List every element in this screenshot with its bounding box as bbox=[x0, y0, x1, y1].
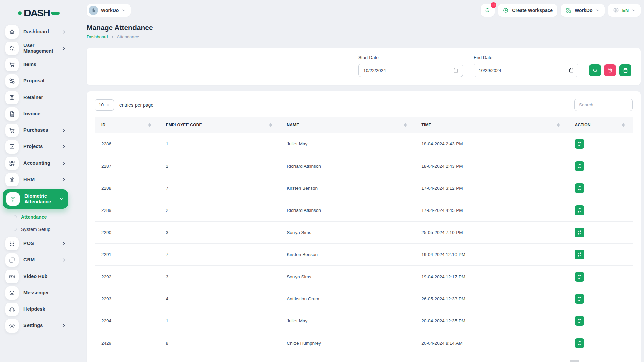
refresh-button[interactable] bbox=[575, 183, 584, 193]
end-date-value[interactable] bbox=[479, 68, 566, 73]
page-button-1[interactable]: 1 bbox=[570, 360, 579, 362]
gear-icon bbox=[5, 319, 19, 333]
cell-name: Richard Atkinson bbox=[280, 155, 415, 177]
page-button-2[interactable]: 2 bbox=[580, 360, 590, 362]
sidebar-item-label: Proposal bbox=[23, 78, 66, 84]
start-date-field: Start Date bbox=[358, 55, 463, 77]
page-button-5[interactable]: 5 bbox=[612, 360, 622, 362]
table-controls: 10 entries per page bbox=[95, 99, 633, 111]
sort-icon[interactable] bbox=[269, 123, 272, 127]
sidebar-item-video-hub[interactable]: Video Hub bbox=[0, 268, 71, 285]
sidebar-item-messenger[interactable]: Messenger bbox=[0, 285, 71, 301]
sidebar-item-retainer[interactable]: Retainer bbox=[0, 89, 71, 106]
page-button-3[interactable]: 3 bbox=[591, 360, 600, 362]
refresh-button[interactable] bbox=[575, 316, 584, 326]
table-row: 22887Kirsten Benson17-04-2024 3:12 PM bbox=[95, 177, 633, 199]
messages-button[interactable]: 0 bbox=[481, 4, 495, 17]
column-header-action[interactable]: ACTION bbox=[568, 117, 633, 133]
sidebar-item-projects[interactable]: Projects bbox=[0, 138, 71, 155]
workspace-name: WorkDo bbox=[101, 8, 119, 13]
page-button-4[interactable]: 4 bbox=[602, 360, 611, 362]
refresh-button[interactable] bbox=[575, 250, 584, 259]
circle-bullet-icon bbox=[14, 228, 17, 231]
end-date-input[interactable] bbox=[474, 64, 578, 77]
column-header-name[interactable]: NAME bbox=[280, 117, 415, 133]
sort-icon[interactable] bbox=[557, 123, 560, 127]
cell-employee-code: 7 bbox=[159, 177, 280, 199]
refresh-button[interactable] bbox=[575, 228, 584, 237]
sidebar-item-biometric-attendance[interactable]: Biometric Attendance bbox=[3, 189, 68, 209]
grid-plus-icon bbox=[5, 157, 19, 170]
sort-icon[interactable] bbox=[148, 123, 151, 127]
entries-per-page-select[interactable]: 10 bbox=[95, 99, 114, 111]
refresh-button[interactable] bbox=[575, 338, 584, 348]
refresh-button[interactable] bbox=[575, 161, 584, 171]
attendance-table: IDEMPLOYEE CODENAMETIMEACTION 22861Julie… bbox=[95, 117, 633, 354]
chevron-right-icon bbox=[62, 128, 66, 133]
sidebar-item-label: Projects bbox=[23, 144, 57, 149]
apps-menu-button[interactable]: WorkDo bbox=[561, 4, 604, 17]
chevron-right-icon bbox=[62, 323, 66, 328]
cell-employee-code: 3 bbox=[159, 266, 280, 288]
app-logo[interactable]: DASH bbox=[0, 5, 71, 23]
cell-name: Sonya Sims bbox=[280, 222, 415, 244]
column-header-id[interactable]: ID bbox=[95, 117, 159, 133]
refresh-button[interactable] bbox=[575, 294, 584, 304]
sidebar-item-dashboard[interactable]: Dashboard bbox=[0, 23, 71, 40]
column-label: TIME bbox=[421, 123, 431, 127]
refresh-button[interactable] bbox=[575, 205, 584, 215]
sidebar-item-label: Dashboard bbox=[23, 29, 57, 35]
cell-action bbox=[568, 222, 633, 244]
workspace-switcher[interactable]: WorkDo bbox=[87, 4, 131, 17]
search-filter-button[interactable] bbox=[589, 64, 601, 76]
cell-employee-code: 7 bbox=[159, 244, 280, 266]
start-date-value[interactable] bbox=[363, 68, 450, 73]
sidebar-item-user-management[interactable]: User Management bbox=[0, 40, 71, 56]
sidebar-item-accounting[interactable]: Accounting bbox=[0, 155, 71, 171]
sidebar-item-label: Helpdesk bbox=[23, 306, 66, 312]
cell-employee-code: 2 bbox=[159, 199, 280, 222]
sidebar-subitem-attendance[interactable]: Attendance bbox=[0, 210, 71, 223]
cell-employee-code: 1 bbox=[159, 310, 280, 332]
chat-bubble-icon bbox=[485, 7, 491, 13]
column-header-time[interactable]: TIME bbox=[415, 117, 568, 133]
create-workspace-button[interactable]: Create Workspace bbox=[498, 4, 557, 17]
sidebar-nav: DashboardUser ManagementItemsProposalRet… bbox=[0, 23, 71, 334]
start-date-input[interactable] bbox=[358, 64, 463, 77]
save-icon bbox=[5, 91, 19, 104]
table-search-input[interactable] bbox=[574, 99, 633, 111]
sidebar-item-purchases[interactable]: Purchases bbox=[0, 122, 71, 138]
apps-menu-label: WorkDo bbox=[575, 8, 592, 13]
refresh-button[interactable] bbox=[575, 139, 584, 149]
column-header-employee-code[interactable]: EMPLOYEE CODE bbox=[159, 117, 280, 133]
calendar-icon[interactable] bbox=[453, 68, 459, 73]
export-data-button[interactable] bbox=[619, 64, 631, 76]
check-square-icon bbox=[5, 140, 19, 154]
refresh-button[interactable] bbox=[575, 272, 584, 282]
sort-icon[interactable] bbox=[622, 123, 625, 127]
users-icon bbox=[5, 42, 19, 55]
language-selector[interactable]: EN bbox=[608, 4, 641, 17]
sidebar-item-settings[interactable]: Settings bbox=[0, 317, 71, 334]
sort-icon[interactable] bbox=[404, 123, 407, 127]
table-row: 22861Juliet May18-04-2024 2:43 PM bbox=[95, 133, 633, 155]
cell-action bbox=[568, 155, 633, 177]
cell-time: 17-04-2024 3:12 PM bbox=[415, 177, 568, 199]
sidebar-item-pos[interactable]: POS bbox=[0, 235, 71, 252]
reset-filter-button[interactable] bbox=[604, 64, 616, 76]
sidebar-item-helpdesk[interactable]: Helpdesk bbox=[0, 301, 71, 317]
breadcrumb-dashboard-link[interactable]: Dashboard bbox=[87, 34, 108, 39]
sidebar-item-proposal[interactable]: Proposal bbox=[0, 73, 71, 89]
sidebar-item-invoice[interactable]: Invoice bbox=[0, 106, 71, 122]
table-row: 22934Antikstion Grum26-05-2024 12:33 PM bbox=[95, 288, 633, 310]
chevron-down-icon bbox=[122, 8, 126, 12]
sidebar-subitem-system-setup[interactable]: System Setup bbox=[0, 223, 71, 235]
calendar-icon[interactable] bbox=[569, 68, 574, 73]
globe-icon bbox=[613, 7, 619, 13]
sidebar-item-crm[interactable]: CRM bbox=[0, 252, 71, 268]
circle-bullet-icon bbox=[14, 215, 17, 218]
next-page-button[interactable]: › bbox=[623, 360, 633, 362]
sidebar-item-items[interactable]: Items bbox=[0, 56, 71, 73]
sidebar-item-hrm[interactable]: HRM bbox=[0, 171, 71, 188]
cards-icon bbox=[5, 253, 19, 267]
